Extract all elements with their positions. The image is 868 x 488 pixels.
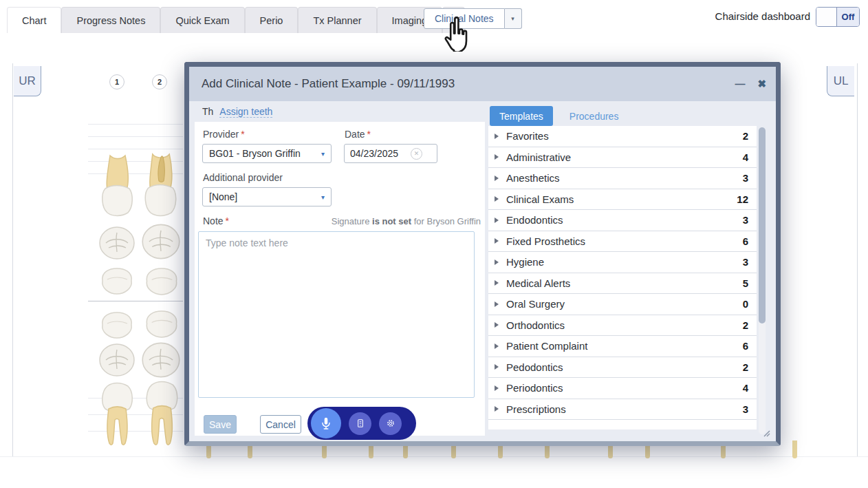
clinical-notes-button-group: Clinical Notes ▾: [424, 8, 522, 29]
note-device-button[interactable]: [349, 412, 371, 435]
category-name: Periodontics: [506, 382, 563, 394]
required-asterisk: *: [367, 129, 371, 140]
category-count: 2: [743, 361, 748, 373]
tooth-2-crown-upper[interactable]: [142, 266, 182, 297]
category-count: 3: [743, 172, 748, 184]
template-category-row[interactable]: Endodontics 3: [488, 210, 757, 231]
template-category-row[interactable]: Clinical Exams 12: [488, 189, 757, 211]
date-field-wrap: ✕: [344, 144, 437, 163]
template-category-row[interactable]: Medical Alerts 5: [488, 273, 757, 295]
chart-midline: [88, 301, 183, 301]
category-count: 12: [737, 193, 748, 205]
template-category-row[interactable]: Anesthetics 3: [488, 168, 757, 189]
tooth-2-facial-lower[interactable]: [142, 380, 182, 447]
tooth-1-crown-upper[interactable]: [98, 266, 136, 297]
minimize-icon[interactable]: —: [735, 81, 745, 87]
templates-panel-tabs: Templates Procedures: [490, 106, 628, 126]
chairside-toggle[interactable]: Off: [816, 7, 860, 27]
tab-tx-planner-label: Tx Planner: [313, 15, 361, 26]
clear-date-icon[interactable]: ✕: [411, 148, 422, 160]
chairside-dashboard-label: Chairside dashboard: [715, 10, 810, 22]
tooth-1-crown-lower[interactable]: [98, 310, 136, 341]
template-category-row[interactable]: Favorites 2: [488, 126, 757, 147]
template-category-row-clipped[interactable]: [488, 420, 757, 429]
expand-arrow-icon: [495, 301, 499, 307]
resize-handle[interactable]: [763, 429, 770, 437]
gear-icon: [385, 418, 396, 429]
tooth-1-occlusal-lower[interactable]: [98, 341, 136, 379]
cancel-button[interactable]: Cancel: [260, 415, 301, 434]
tab-tx-planner[interactable]: Tx Planner: [298, 7, 376, 33]
category-count: 2: [743, 319, 748, 331]
required-asterisk: *: [241, 129, 244, 140]
save-button[interactable]: Save: [204, 415, 237, 434]
assign-teeth-link[interactable]: Assign teeth: [219, 106, 272, 118]
expand-arrow-icon: [495, 385, 499, 391]
template-category-row[interactable]: Prescriptions 3: [488, 399, 757, 421]
quadrant-label-ur: UR: [14, 66, 41, 96]
expand-arrow-icon: [495, 322, 499, 328]
microphone-button[interactable]: [311, 408, 341, 438]
chart-gridline: [88, 124, 183, 125]
expand-arrow-icon: [495, 280, 499, 286]
tooth-number-1[interactable]: 1: [109, 74, 124, 89]
template-category-row[interactable]: Periodontics 4: [488, 378, 757, 399]
tab-chart[interactable]: Chart: [7, 7, 61, 33]
category-count: 4: [743, 382, 748, 394]
tab-quick-exam[interactable]: Quick Exam: [160, 7, 244, 33]
provider-select[interactable]: BG01 - Bryson Griffin ▾: [202, 144, 332, 163]
assign-teeth-row: Th Assign teeth: [189, 101, 485, 122]
tab-progress-notes[interactable]: Progress Notes: [61, 7, 160, 33]
template-category-row[interactable]: Orthodontics 2: [488, 315, 757, 337]
tab-perio[interactable]: Perio: [245, 7, 299, 33]
tab-procedures[interactable]: Procedures: [560, 106, 629, 126]
tab-templates-label: Templates: [499, 111, 543, 122]
tab-templates[interactable]: Templates: [490, 106, 553, 126]
chart-toolbar: Add Procedure Add Condition Forms (0) Im…: [0, 33, 868, 63]
chevron-down-icon: ▾: [321, 150, 325, 158]
tooth-1-occlusal-upper[interactable]: [98, 224, 136, 262]
signature-status: Signature is not set for Bryson Griffin: [332, 216, 481, 226]
tooth-2-facial-upper[interactable]: [140, 151, 180, 219]
template-category-row[interactable]: Fixed Prosthetics 6: [488, 231, 757, 253]
category-count: 0: [743, 298, 748, 310]
scrollbar-thumb[interactable]: [759, 127, 766, 323]
dialog-header[interactable]: Add Clinical Note - Patient Example - 09…: [189, 67, 776, 101]
clinical-notes-dropdown-button[interactable]: ▾: [505, 8, 522, 29]
dialog-title: Add Clinical Note - Patient Example - 09…: [202, 77, 455, 91]
tooth-1-facial-upper[interactable]: [98, 153, 136, 219]
expand-arrow-icon: [495, 196, 499, 202]
template-category-row[interactable]: Patient Complaint 6: [488, 336, 757, 357]
template-category-row[interactable]: Pedodontics 2: [488, 357, 757, 379]
category-name: Prescriptions: [506, 403, 566, 415]
additional-provider-select[interactable]: [None] ▾: [202, 187, 332, 206]
category-name: Medical Alerts: [506, 277, 570, 289]
tooth-number-2[interactable]: 2: [152, 74, 167, 89]
template-category-row[interactable]: Hygiene 3: [488, 252, 757, 273]
tooth-1-facial-lower[interactable]: [98, 381, 136, 447]
document-icon: [355, 418, 366, 429]
category-name: Fixed Prosthetics: [506, 235, 585, 247]
tab-perio-label: Perio: [260, 15, 283, 26]
signature-suffix: for Bryson Griffin: [411, 216, 481, 226]
template-category-row[interactable]: Oral Surgery 0: [488, 294, 757, 315]
template-category-row[interactable]: Administrative 4: [488, 147, 757, 169]
tooth-2-crown-lower[interactable]: [142, 308, 182, 340]
tab-chart-label: Chart: [22, 15, 46, 26]
tab-progress-notes-label: Progress Notes: [76, 15, 145, 26]
category-count: 6: [743, 235, 748, 247]
category-count: 3: [743, 214, 748, 226]
note-textarea[interactable]: [198, 231, 475, 398]
category-name: Hygiene: [506, 256, 544, 268]
close-icon[interactable]: ✖: [757, 78, 766, 90]
tooth-2-occlusal-upper[interactable]: [140, 222, 182, 262]
scrollbar-track[interactable]: [759, 127, 766, 434]
chevron-down-icon: ▾: [321, 193, 325, 201]
clinical-notes-button[interactable]: Clinical Notes: [424, 8, 505, 29]
date-input[interactable]: [350, 148, 411, 159]
quadrant-ur-text: UR: [19, 74, 36, 88]
tooth-2-occlusal-lower[interactable]: [140, 340, 182, 380]
teeth-prefix-label: Th: [202, 106, 213, 117]
dictation-settings-button[interactable]: [379, 412, 402, 435]
toggle-knob: [816, 8, 837, 26]
